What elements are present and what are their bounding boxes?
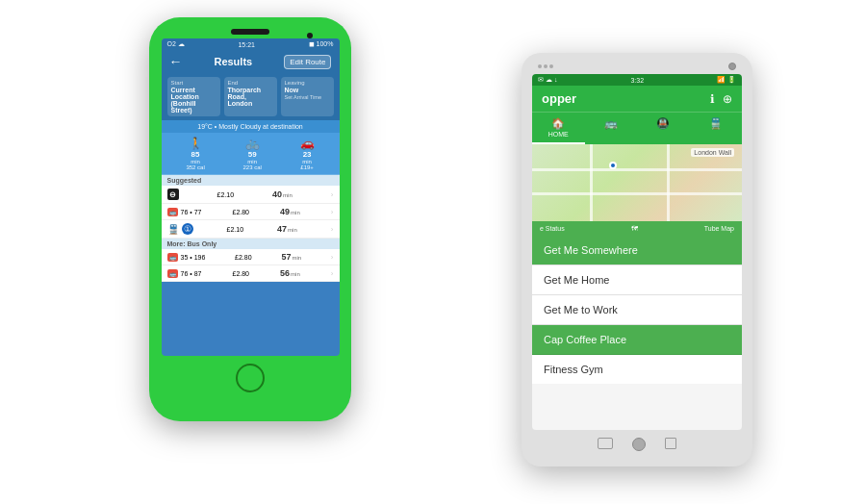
- cycle-time: 59: [242, 150, 261, 159]
- route-time: 40 min: [272, 189, 293, 199]
- list-item[interactable]: Get Me to Work: [532, 295, 742, 325]
- walk-time: 85: [186, 150, 204, 159]
- speaker-dot: [549, 64, 553, 68]
- leaving-info: Leaving Now Set Arrival Time: [281, 77, 334, 116]
- android-screen: ✉ ☁ ↓ 3:32 📶 🔋 opper ℹ ⊕ 🏠 HOME 🚌: [532, 74, 742, 430]
- scene: O2 ☁ 15:21 ◼ 100% ← Results Edit Route S…: [0, 0, 866, 504]
- android-recent-button[interactable]: [665, 438, 676, 449]
- ios-time: 15:21: [238, 41, 255, 48]
- android-device: ✉ ☁ ↓ 3:32 📶 🔋 opper ℹ ⊕ 🏠 HOME 🚌: [522, 53, 752, 466]
- route-left: 🚆 ①: [167, 223, 193, 235]
- android-menu-list: Get Me Somewhere Get Me Home Get Me to W…: [532, 236, 742, 384]
- table-row[interactable]: 🚌 35 • 196 £2.80 57 min ›: [162, 249, 340, 265]
- ios-header: ← Results Edit Route: [162, 50, 340, 73]
- android-back-button[interactable]: [598, 438, 613, 449]
- android-home-button[interactable]: [632, 438, 646, 451]
- home-icon: 🏠: [534, 117, 583, 130]
- iphone-screen: O2 ☁ 15:21 ◼ 100% ← Results Edit Route S…: [162, 38, 340, 356]
- bus-icon: 🚌: [167, 269, 178, 278]
- route-price: £2.10: [217, 191, 235, 198]
- android-icons: ✉ ☁ ↓: [538, 76, 557, 84]
- secondary-bar: e Status 🗺 Tube Map: [532, 221, 742, 236]
- map-road: [532, 168, 742, 171]
- route-time: 57 min: [281, 252, 301, 262]
- weather-bar: 19°C • Mostly Cloudy at destination: [162, 120, 340, 133]
- rail-icon: 🚆: [167, 224, 179, 235]
- map-road: [667, 144, 670, 221]
- back-button[interactable]: ←: [169, 54, 183, 69]
- route-price: £2.10: [227, 226, 244, 233]
- table-row[interactable]: ⊖ £2.10 40 min ›: [162, 186, 340, 204]
- android-status-bar: ✉ ☁ ↓ 3:32 📶 🔋: [532, 74, 742, 86]
- route-time: 49 min: [280, 207, 300, 216]
- ios-battery: ◼ 100%: [309, 40, 334, 48]
- android-nav-tabs: 🏠 HOME 🚌 🚇 🚆: [532, 112, 742, 144]
- map-road: [532, 192, 742, 195]
- chevron-right-icon: ›: [331, 269, 334, 278]
- tab-rail[interactable]: 🚆: [690, 113, 743, 144]
- map-label: London Wall: [691, 148, 734, 157]
- bus-numbers: 76 • 87: [181, 270, 202, 277]
- map-road: [590, 144, 593, 221]
- location-icon[interactable]: ⊕: [723, 92, 732, 106]
- bus-icon: 🚌: [167, 253, 178, 262]
- tab-bus[interactable]: 🚌: [585, 113, 638, 144]
- chevron-right-icon: ›: [331, 225, 334, 234]
- service-status-tab[interactable]: e Status: [540, 225, 565, 232]
- get-me-home-label: Get Me Home: [544, 274, 609, 286]
- get-me-to-work-label: Get Me to Work: [544, 304, 618, 315]
- android-battery-info: 📶 🔋: [717, 76, 736, 84]
- bus-only-section: More: Bus Only: [162, 239, 340, 249]
- tube-icon: ⊖: [167, 189, 179, 200]
- bus-icon: 🚌: [167, 208, 178, 216]
- tube-map-tab[interactable]: Tube Map: [704, 225, 734, 232]
- circle-badge: ①: [182, 223, 193, 235]
- iphone-home-button[interactable]: [236, 364, 265, 392]
- info-icon[interactable]: ℹ: [710, 92, 715, 106]
- bus-tab-icon: 🚌: [587, 117, 636, 130]
- walk-option: 🚶 85 min 352 cal: [186, 137, 204, 170]
- speaker-dot: [544, 64, 548, 68]
- cycle-option: 🚲 59 min 223 cal: [242, 137, 261, 170]
- app-title: opper: [542, 91, 576, 106]
- map-area: London Wall: [532, 144, 742, 221]
- list-item[interactable]: Get Me Home: [532, 265, 742, 295]
- edit-route-button[interactable]: Edit Route: [284, 55, 331, 69]
- android-time: 3:32: [630, 77, 644, 84]
- tab-tube[interactable]: 🚇: [637, 113, 690, 144]
- drive-option: 🚗 23 min £19+: [300, 137, 315, 170]
- walk-cal: 352 cal: [186, 164, 204, 170]
- walk-icon: 🚶: [186, 137, 204, 150]
- suggested-section: Suggested: [162, 175, 340, 186]
- start-label: Start: [171, 80, 216, 86]
- route-left: ⊖: [167, 189, 179, 200]
- set-arrival[interactable]: Set Arrival Time: [285, 94, 330, 100]
- bus-numbers: 35 • 196: [181, 254, 206, 261]
- route-left: 🚌 76 • 77: [167, 208, 202, 216]
- route-left: 🚌 76 • 87: [167, 269, 202, 278]
- bus-numbers: 76 • 77: [181, 209, 202, 215]
- map-icon: 🗺: [631, 225, 638, 232]
- route-price: £2.80: [232, 209, 249, 215]
- tab-home[interactable]: 🏠 HOME: [532, 113, 585, 144]
- start-value: Current Location (Bonhill Street): [171, 87, 216, 113]
- table-row[interactable]: 🚌 76 • 77 £2.80 49 min ›: [162, 204, 340, 220]
- end-info: End Thorparch Road, London: [224, 77, 277, 116]
- tube-tab-icon: 🚇: [639, 117, 688, 130]
- android-header: opper ℹ ⊕: [532, 86, 742, 112]
- chevron-right-icon: ›: [331, 208, 334, 216]
- fitness-gym-label: Fitness Gym: [544, 364, 603, 375]
- table-row[interactable]: 🚆 ① £2.10 47 min ›: [162, 220, 340, 239]
- iphone-speaker: [231, 29, 269, 35]
- list-item[interactable]: Get Me Somewhere: [532, 236, 742, 265]
- leaving-label: Leaving: [285, 80, 330, 86]
- cycle-icon: 🚲: [242, 137, 261, 150]
- drive-price: £19+: [300, 164, 315, 170]
- end-value: Thorparch Road, London: [228, 87, 273, 107]
- list-item[interactable]: Cap Coffee Place: [532, 325, 742, 355]
- list-item[interactable]: Fitness Gym: [532, 355, 742, 384]
- route-left: 🚌 35 • 196: [167, 253, 206, 262]
- get-me-somewhere-label: Get Me Somewhere: [544, 244, 638, 256]
- table-row[interactable]: 🚌 76 • 87 £2.80 56 min ›: [162, 265, 340, 282]
- android-bottom-bar: [598, 438, 676, 451]
